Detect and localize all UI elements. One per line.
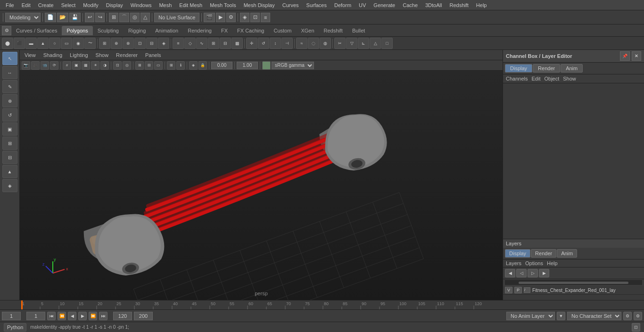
shelf-helix-icon[interactable]: 〜 <box>84 38 96 49</box>
snap-surface-btn[interactable]: △ <box>140 13 150 22</box>
color-space-btn[interactable] <box>262 61 271 70</box>
menu-mesh[interactable]: Mesh <box>155 1 175 9</box>
transform-tool[interactable]: ↔ <box>2 66 17 79</box>
shelf-reduce-icon[interactable]: ▽ <box>346 38 357 49</box>
view-menu-shading[interactable]: Shading <box>41 51 65 59</box>
menu-create[interactable]: Create <box>34 1 58 9</box>
shelf-combine-icon[interactable]: ⊕ <box>111 38 122 49</box>
layer-opt-help[interactable]: Help <box>547 260 558 266</box>
tab-xgen[interactable]: XGen <box>296 26 319 35</box>
shelf-plane-icon[interactable]: ▭ <box>61 38 72 49</box>
render-btn[interactable]: 🎬 <box>204 13 215 22</box>
shelf-separate-icon[interactable]: ⊗ <box>123 38 134 49</box>
uv-editor-btn[interactable]: ⊡ <box>250 13 260 22</box>
safe-frame-btn[interactable]: ▭ <box>154 61 163 70</box>
smooth-btn[interactable]: ▣ <box>72 61 81 70</box>
anim-layer-settings-btn[interactable]: ▼ <box>557 312 565 320</box>
menu-edit[interactable]: Edit <box>18 1 34 9</box>
play-back-btn[interactable]: ◀ <box>68 312 76 320</box>
go-end-btn[interactable]: ⏭ <box>99 312 107 320</box>
range-start-field[interactable] <box>26 312 45 320</box>
view-menu-show[interactable]: Show <box>93 51 112 59</box>
shelf-extrude-icon[interactable]: ⊡ <box>134 38 146 49</box>
color-space-select[interactable]: sRGB gamma <box>272 62 314 69</box>
script-editor-btn[interactable]: ≡ <box>261 13 270 22</box>
grid-btn[interactable]: ⊞ <box>167 61 175 70</box>
lock-view-btn[interactable]: 🔒 <box>198 61 207 70</box>
show-manipulator-tool[interactable]: ▲ <box>2 165 17 178</box>
workspace-select[interactable]: Modeling <box>5 13 41 22</box>
shelf-fill-icon[interactable]: ▩ <box>231 38 243 49</box>
current-frame-field[interactable] <box>2 312 21 320</box>
shelf-disc-icon[interactable]: ◉ <box>73 38 84 49</box>
shelf-harden-icon[interactable]: ◍ <box>320 38 331 49</box>
shelf-tri-icon[interactable]: △ <box>370 38 381 49</box>
camera-scale-field[interactable] <box>237 62 258 69</box>
status-right-btn[interactable]: ⊡ <box>632 323 640 332</box>
menu-mesh-tools[interactable]: Mesh Tools <box>206 1 239 9</box>
view-menu-lighting[interactable]: Lighting <box>67 51 91 59</box>
layer-tab-display[interactable]: Display <box>505 249 530 258</box>
open-file-btn[interactable]: 📂 <box>57 13 68 22</box>
undo-btn[interactable]: ↩ <box>85 13 94 22</box>
camera-btn-3[interactable]: 📹 <box>41 61 49 70</box>
shelf-edge-loop-icon[interactable]: ≡ <box>173 38 184 49</box>
menu-uv[interactable]: UV <box>355 1 370 9</box>
shelf-move-icon[interactable]: ✛ <box>246 38 257 49</box>
step-fwd-btn[interactable]: ⏩ <box>89 312 97 320</box>
tab-sculpting[interactable]: Sculpting <box>93 26 124 35</box>
layer-row-0[interactable]: V P / Fitness_Chest_Expander_Red_001_lay <box>503 286 644 295</box>
texture-btn[interactable]: ▦ <box>82 61 90 70</box>
camera-transform-btn[interactable]: ⟳ <box>50 61 58 70</box>
layer-v-btn-0[interactable]: V <box>505 287 512 293</box>
shelf-soften-icon[interactable]: ◌ <box>308 38 319 49</box>
custom-tool[interactable]: ◈ <box>2 179 17 192</box>
shelf-sphere-icon[interactable]: ⬤ <box>2 38 13 49</box>
menu-display[interactable]: Display <box>102 1 127 9</box>
layer-prev-btn[interactable]: ◁ <box>516 269 527 277</box>
tab-polygons[interactable]: Polygons <box>62 26 92 35</box>
light-btn[interactable]: ☀ <box>91 61 99 70</box>
shelf-insert-loop-icon[interactable]: ⊞ <box>208 38 219 49</box>
view-menu-renderer[interactable]: Renderer <box>113 51 140 59</box>
shelf-gear-btn[interactable]: ⚙ <box>2 26 11 35</box>
char-set-select[interactable]: No Character Set <box>567 312 621 320</box>
shelf-cylinder-icon[interactable]: ▬ <box>25 38 37 49</box>
menu-cache[interactable]: Cache <box>399 1 421 9</box>
tab-curves-surfaces[interactable]: Curves / Surfaces <box>11 26 62 35</box>
snap-point-btn[interactable]: ◎ <box>130 13 140 22</box>
shelf-subdiv-icon[interactable]: ⊞ <box>99 38 110 49</box>
menu-curves[interactable]: Curves <box>279 1 303 9</box>
tab-redshift[interactable]: Redshift <box>319 26 347 35</box>
layer-color-0[interactable]: / <box>524 287 530 293</box>
shelf-cone-icon[interactable]: ▲ <box>37 38 49 49</box>
live-surface-btn[interactable]: No Live Surface <box>154 13 199 22</box>
redo-btn[interactable]: ↪ <box>95 13 105 22</box>
view-menu-panels[interactable]: Panels <box>142 51 164 59</box>
snap-view-btn[interactable]: ◈ <box>189 61 198 70</box>
play-fwd-btn[interactable]: ▶ <box>78 312 87 320</box>
shelf-quad-icon[interactable]: □ <box>381 38 393 49</box>
shelf-connect-icon[interactable]: ∿ <box>196 38 207 49</box>
layer-tab-anim[interactable]: Anim <box>557 249 577 258</box>
snap-curve-btn[interactable]: ⌒ <box>119 13 129 22</box>
tab-animation[interactable]: Animation <box>150 26 183 35</box>
lasso-tool[interactable]: ⊞ <box>2 137 17 150</box>
timeline-ruler[interactable]: 1 5 10 15 20 25 30 35 40 45 50 <box>0 300 644 309</box>
menu-modify[interactable]: Modify <box>79 1 102 9</box>
menu-windows[interactable]: Windows <box>127 1 156 9</box>
rotate-manip-tool[interactable]: ↺ <box>2 108 17 121</box>
tab-fx-caching[interactable]: FX Caching <box>232 26 269 35</box>
layer-opt-options[interactable]: Options <box>525 260 543 266</box>
shelf-torus-icon[interactable]: ○ <box>49 38 60 49</box>
isolate-btn[interactable]: ◎ <box>123 61 131 70</box>
wireframe-btn[interactable]: # <box>63 61 71 70</box>
language-btn[interactable]: Python <box>4 323 26 332</box>
cb-tab-render[interactable]: Render <box>533 64 560 73</box>
shelf-smooth-icon[interactable]: ≈ <box>296 38 307 49</box>
layer-add-btn[interactable]: ◀ <box>505 269 515 277</box>
shelf-bridge-icon[interactable]: ⊟ <box>146 38 157 49</box>
ipr-btn[interactable]: ▶ <box>216 13 225 22</box>
menu-redshift[interactable]: Redshift <box>446 1 472 9</box>
select-tool[interactable]: ↖ <box>2 52 17 65</box>
